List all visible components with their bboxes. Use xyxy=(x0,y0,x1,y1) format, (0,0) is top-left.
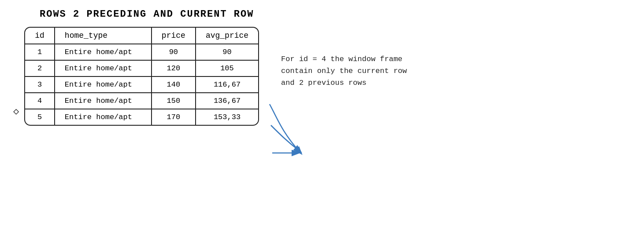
data-table: id home_type price avg_price 1Entire hom… xyxy=(25,28,258,125)
cell-id: 1 xyxy=(25,44,55,60)
cell-home-type: Entire home/apt xyxy=(55,93,152,109)
content-area: ◇ id home_type price avg_price 1Entire h… xyxy=(13,27,631,126)
cell-home-type: Entire home/apt xyxy=(55,109,152,125)
cell-avg-price: 105 xyxy=(196,60,258,76)
cell-id: 5 xyxy=(25,109,55,125)
cell-id: 4 xyxy=(25,93,55,109)
table-header-row: id home_type price avg_price xyxy=(25,28,258,44)
cell-price: 170 xyxy=(152,109,196,125)
page-title: ROWS 2 PRECEDING AND CURRENT ROW xyxy=(40,9,631,20)
annotation-line1: For id = 4 the window frame xyxy=(281,55,402,63)
annotation-line3: and 2 previous rows xyxy=(281,79,366,87)
cell-price: 90 xyxy=(152,44,196,60)
table-body: 1Entire home/apt90902Entire home/apt1201… xyxy=(25,44,258,125)
table-row: 4Entire home/apt150136,67 xyxy=(25,93,258,109)
col-header-avg-price: avg_price xyxy=(196,28,258,44)
cell-home-type: Entire home/apt xyxy=(55,76,152,93)
table-row: 1Entire home/apt9090 xyxy=(25,44,258,60)
left-side: ◇ id home_type price avg_price 1Entire h… xyxy=(13,27,259,126)
cell-avg-price: 90 xyxy=(196,44,258,60)
annotation-line2: contain only the current row xyxy=(281,67,407,75)
cell-id: 3 xyxy=(25,76,55,93)
cell-price: 140 xyxy=(152,76,196,93)
col-header-price: price xyxy=(152,28,196,44)
cell-id: 2 xyxy=(25,60,55,76)
cell-home-type: Entire home/apt xyxy=(55,44,152,60)
table-wrapper: id home_type price avg_price 1Entire hom… xyxy=(24,27,259,126)
table-row: 3Entire home/apt140116,67 xyxy=(25,76,258,93)
cell-avg-price: 136,67 xyxy=(196,93,258,109)
diamond-icon: ◇ xyxy=(13,105,19,117)
table-row: 2Entire home/apt120105 xyxy=(25,60,258,76)
cell-price: 120 xyxy=(152,60,196,76)
table-row: 5Entire home/apt170153,33 xyxy=(25,109,258,125)
cell-home-type: Entire home/apt xyxy=(55,60,152,76)
col-header-home-type: home_type xyxy=(55,28,152,44)
cell-avg-price: 153,33 xyxy=(196,109,258,125)
col-header-id: id xyxy=(25,28,55,44)
cell-price: 150 xyxy=(152,93,196,109)
cell-avg-price: 116,67 xyxy=(196,76,258,93)
annotation-text: For id = 4 the window frame contain only… xyxy=(281,53,407,89)
page: ROWS 2 PRECEDING AND CURRENT ROW ◇ id ho… xyxy=(0,0,644,229)
